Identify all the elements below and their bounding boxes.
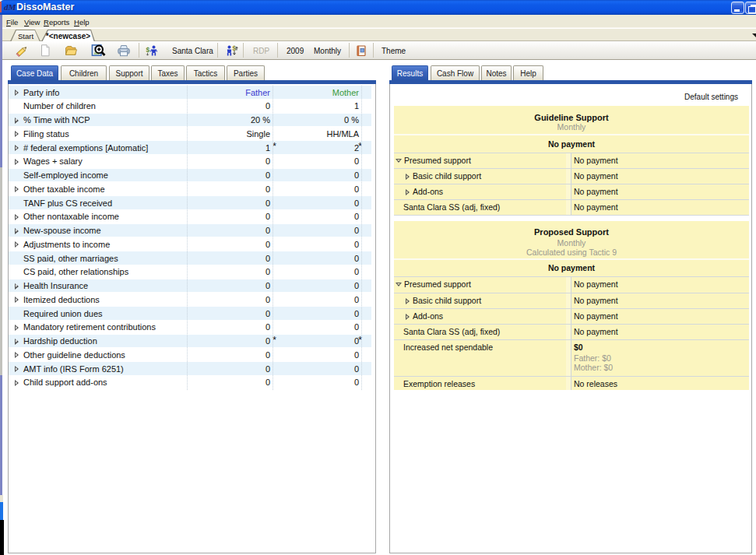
svg-text:$: $ [146, 46, 150, 54]
